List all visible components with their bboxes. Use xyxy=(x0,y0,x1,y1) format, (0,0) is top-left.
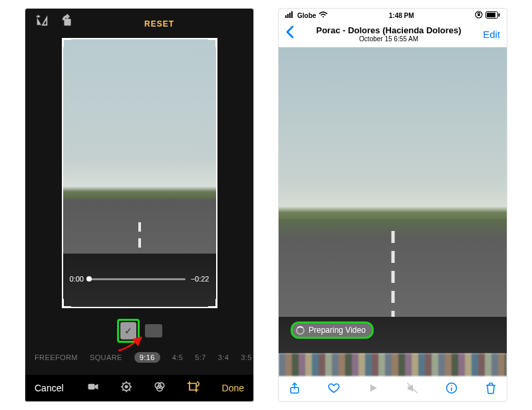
svg-rect-10 xyxy=(291,11,293,18)
preparing-video-pill: Preparing Video xyxy=(291,321,374,339)
photo-viewport[interactable]: Preparing Video xyxy=(279,47,507,353)
ratio-square[interactable]: SQUARE xyxy=(90,353,122,361)
trim-end-time: −0:22 xyxy=(191,275,209,283)
ratio-3-5[interactable]: 3:5 xyxy=(241,353,252,361)
trash-icon[interactable] xyxy=(484,381,497,397)
info-icon[interactable] xyxy=(445,381,458,397)
back-button[interactable] xyxy=(285,25,295,43)
carrier-label: Globe xyxy=(297,12,316,19)
edit-button[interactable]: Edit xyxy=(483,29,500,40)
reset-button[interactable]: RESET xyxy=(144,19,174,29)
video-trim-bar[interactable]: 0:00 −0:22 xyxy=(70,275,209,283)
orientation-lock-icon xyxy=(475,11,483,20)
wifi-icon xyxy=(319,11,328,19)
svg-rect-9 xyxy=(289,13,291,18)
thumbnail-strip[interactable] xyxy=(279,353,507,376)
annotation-highlight: ✓ xyxy=(117,319,140,343)
photo-date-subtitle: October 15 6:55 AM xyxy=(316,35,461,43)
ratio-freeform[interactable]: FREEFORM xyxy=(35,353,78,361)
photos-viewer-screen: Globe 1:48 PM Porac - Dolores (Hacien xyxy=(278,8,507,402)
adjust-tab-icon[interactable] xyxy=(120,380,133,396)
play-icon xyxy=(366,381,380,397)
share-icon[interactable] xyxy=(288,381,301,397)
trim-start-time: 0:00 xyxy=(70,275,84,283)
svg-point-11 xyxy=(323,16,324,17)
svg-point-3 xyxy=(125,385,127,387)
ratio-4-5[interactable]: 4:5 xyxy=(172,353,184,361)
crop-canvas[interactable]: 0:00 −0:22 xyxy=(25,30,253,315)
ratio-3-4[interactable]: 3:4 xyxy=(218,353,229,361)
svg-rect-8 xyxy=(287,14,289,18)
orientation-landscape-button[interactable] xyxy=(145,324,162,337)
crop-top-bar: RESET xyxy=(25,9,253,30)
svg-point-21 xyxy=(451,385,452,386)
status-bar: Globe 1:48 PM xyxy=(279,9,507,21)
ratio-9-16[interactable]: 9:16 xyxy=(134,352,160,363)
svg-rect-0 xyxy=(64,19,70,25)
signal-icon xyxy=(285,11,295,19)
loading-spinner-icon xyxy=(296,326,305,335)
battery-icon xyxy=(485,11,500,20)
svg-rect-13 xyxy=(477,14,479,16)
photo-header: Porac - Dolores (Hacienda Dolores) Octob… xyxy=(279,21,507,47)
clock: 1:48 PM xyxy=(389,12,414,19)
orientation-row: ✓ xyxy=(25,319,253,343)
svg-rect-1 xyxy=(88,384,94,389)
filters-tab-icon[interactable] xyxy=(153,380,166,396)
svg-rect-7 xyxy=(285,15,287,18)
aspect-ratio-row[interactable]: FREEFORM SQUARE 9:16 4:5 5:7 3:4 3:5 xyxy=(25,352,253,363)
editor-bottom-bar: Cancel Done xyxy=(25,375,253,401)
flip-horizontal-icon[interactable] xyxy=(35,14,49,29)
crop-tab-icon[interactable] xyxy=(186,380,200,396)
favorite-icon[interactable] xyxy=(327,381,340,397)
done-button[interactable]: Done xyxy=(222,383,244,393)
crop-editor-screen: RESET 0:00 −0:22 ✓ xyxy=(25,8,254,402)
svg-rect-16 xyxy=(487,13,495,17)
orientation-portrait-button[interactable]: ✓ xyxy=(120,322,136,339)
rotate-icon[interactable] xyxy=(60,14,74,29)
video-tab-icon[interactable] xyxy=(86,380,100,396)
preparing-video-label: Preparing Video xyxy=(309,325,366,335)
mute-icon xyxy=(406,381,419,397)
photo-bottom-bar xyxy=(279,376,507,402)
cancel-button[interactable]: Cancel xyxy=(35,383,64,393)
svg-rect-15 xyxy=(498,13,499,17)
ratio-5-7[interactable]: 5:7 xyxy=(195,353,206,361)
photo-location-title: Porac - Dolores (Hacienda Dolores) xyxy=(316,25,461,35)
